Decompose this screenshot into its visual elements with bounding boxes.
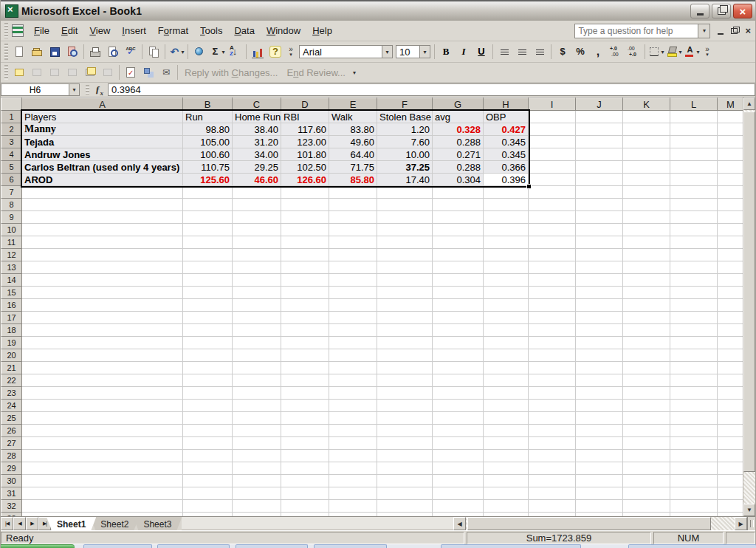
cell-K33[interactable] [623, 513, 670, 516]
cell-D12[interactable] [281, 249, 329, 261]
cell-I14[interactable] [529, 274, 576, 287]
cell-M17[interactable] [718, 312, 743, 324]
cell-B9[interactable] [183, 211, 233, 224]
cell-G27[interactable] [433, 437, 484, 450]
cell-A29[interactable] [22, 462, 183, 475]
cell-E25[interactable] [329, 412, 377, 425]
percent-button[interactable]: % [572, 44, 588, 60]
cell-M8[interactable] [718, 199, 743, 211]
cell-F10[interactable] [377, 224, 433, 236]
cell-I16[interactable] [529, 299, 576, 312]
cell-A3[interactable]: Tejada [22, 136, 183, 148]
bold-button[interactable]: B [438, 44, 454, 60]
help-dropdown-button[interactable]: ▾ [698, 24, 710, 38]
cell-B4[interactable]: 100.60 [183, 148, 233, 161]
cell-L31[interactable] [670, 487, 718, 500]
cell-L28[interactable] [670, 450, 718, 462]
cell-C19[interactable] [233, 337, 281, 349]
cell-J1[interactable] [576, 111, 623, 123]
col-header-A[interactable]: A [22, 97, 183, 111]
cell-C15[interactable] [233, 287, 281, 299]
cell-I29[interactable] [529, 462, 576, 475]
cell-L5[interactable] [670, 161, 718, 174]
cell-A12[interactable] [22, 249, 183, 261]
cell-E18[interactable] [329, 324, 377, 337]
cell-A27[interactable] [22, 437, 183, 450]
cell-H7[interactable] [484, 186, 529, 199]
cell-F20[interactable] [377, 349, 433, 362]
cell-B1[interactable]: Run [183, 111, 233, 123]
cell-E14[interactable] [329, 274, 377, 287]
cell-D9[interactable] [281, 211, 329, 224]
cell-K29[interactable] [623, 462, 670, 475]
cell-J21[interactable] [576, 362, 623, 374]
cell-G19[interactable] [433, 337, 484, 349]
cell-I1[interactable] [529, 111, 576, 123]
cell-F12[interactable] [377, 249, 433, 261]
cell-L32[interactable] [670, 500, 718, 513]
cell-A21[interactable] [22, 362, 183, 374]
cell-M2[interactable] [718, 123, 743, 136]
cell-I10[interactable] [529, 224, 576, 236]
help-input[interactable] [574, 24, 698, 38]
cell-M10[interactable] [718, 224, 743, 236]
cell-A16[interactable] [22, 299, 183, 312]
row-header-21[interactable]: 21 [1, 362, 22, 374]
cell-E10[interactable] [329, 224, 377, 236]
cell-D11[interactable] [281, 236, 329, 249]
cell-K25[interactable] [623, 412, 670, 425]
cell-K17[interactable] [623, 312, 670, 324]
row-header-7[interactable]: 7 [1, 186, 22, 199]
tab-sheet2[interactable]: Sheet2 [90, 517, 139, 530]
cell-K5[interactable] [623, 161, 670, 174]
cell-K30[interactable] [623, 475, 670, 487]
cell-M11[interactable] [718, 236, 743, 249]
cell-G29[interactable] [433, 462, 484, 475]
cell-G10[interactable] [433, 224, 484, 236]
cell-B20[interactable] [183, 349, 233, 362]
minimize-button[interactable] [690, 4, 709, 18]
cell-G5[interactable]: 0.288 [433, 161, 484, 174]
vertical-scrollbar[interactable]: ▲ ▼ [743, 97, 755, 516]
row-header-5[interactable]: 5 [1, 161, 22, 174]
cell-F11[interactable] [377, 236, 433, 249]
col-header-B[interactable]: B [183, 97, 233, 111]
cell-E8[interactable] [329, 199, 377, 211]
cell-H12[interactable] [484, 249, 529, 261]
copy-button[interactable] [145, 44, 162, 60]
cell-I17[interactable] [529, 312, 576, 324]
cell-G9[interactable] [433, 211, 484, 224]
cell-E3[interactable]: 49.60 [329, 136, 377, 148]
cell-B18[interactable] [183, 324, 233, 337]
cell-K6[interactable] [623, 174, 670, 186]
insert-hyperlink-button[interactable] [191, 44, 207, 60]
row-header-11[interactable]: 11 [1, 236, 22, 249]
cell-D4[interactable]: 101.80 [281, 148, 329, 161]
previous-comment-button[interactable] [29, 64, 45, 81]
cell-C13[interactable] [233, 261, 281, 274]
cell-E13[interactable] [329, 261, 377, 274]
row-header-1[interactable]: 1 [1, 111, 22, 123]
cell-L22[interactable] [670, 374, 718, 387]
increase-decimal-button[interactable] [608, 44, 624, 60]
cell-C33[interactable] [233, 513, 281, 516]
row-header-26[interactable]: 26 [1, 425, 22, 437]
cell-M9[interactable] [718, 211, 743, 224]
cell-F21[interactable] [377, 362, 433, 374]
cell-B8[interactable] [183, 199, 233, 211]
cell-D28[interactable] [281, 450, 329, 462]
cell-D15[interactable] [281, 287, 329, 299]
cell-D6[interactable]: 126.60 [281, 174, 329, 186]
cell-I22[interactable] [529, 374, 576, 387]
col-header-G[interactable]: G [433, 97, 484, 111]
reply-with-changes-button[interactable]: Reply with Changes... [180, 66, 282, 80]
cell-G12[interactable] [433, 249, 484, 261]
cell-F23[interactable] [377, 387, 433, 400]
cell-I23[interactable] [529, 387, 576, 400]
cell-C8[interactable] [233, 199, 281, 211]
cell-F19[interactable] [377, 337, 433, 349]
cell-L11[interactable] [670, 236, 718, 249]
vertical-scroll-thumb[interactable] [743, 112, 755, 472]
cell-M20[interactable] [718, 349, 743, 362]
cell-E27[interactable] [329, 437, 377, 450]
